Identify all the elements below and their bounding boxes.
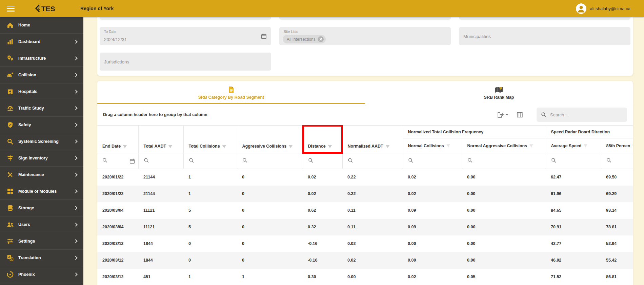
- table-cell: 0.00: [403, 235, 462, 252]
- column-header-normal-aggressive-collisions[interactable]: Normal Aggressive Collisions: [462, 138, 546, 153]
- table-row[interactable]: 2020/03/12184400-0.160.020.000.0046.0255…: [97, 252, 633, 269]
- filter-icon[interactable]: [328, 145, 332, 148]
- sidebar-item-home[interactable]: Home: [0, 17, 83, 34]
- search-icon: [606, 158, 611, 164]
- table-cell: 21144: [138, 169, 183, 186]
- column-header-85th-percen[interactable]: 85th Percen: [601, 138, 633, 153]
- hospital-icon: [7, 88, 14, 95]
- column-header-normal-collisions[interactable]: Normal Collisions: [403, 138, 462, 153]
- column-chooser-button[interactable]: [517, 112, 523, 118]
- sidebar-item-safety[interactable]: Safety: [0, 117, 83, 133]
- sidebar-item-hospitals[interactable]: Hospitals: [0, 83, 83, 100]
- sidebar-item-sign-inventory[interactable]: Sign Inventory: [0, 150, 83, 167]
- translation-icon: AZ: [7, 254, 14, 261]
- export-button[interactable]: [497, 112, 508, 118]
- table-row[interactable]: 2020/01/2221144100.020.220.020.0061.9669…: [97, 186, 633, 202]
- search-input[interactable]: [550, 108, 623, 122]
- table-cell: 451: [138, 269, 183, 285]
- hamburger-icon[interactable]: [7, 6, 15, 12]
- table-row[interactable]: 2020/03/0411121500.320.110.090.0070.9178…: [97, 219, 633, 235]
- filter-cell-total-aadt[interactable]: [138, 153, 183, 169]
- filter-icon[interactable]: [289, 145, 293, 148]
- sidebar-item-systemic-screening[interactable]: Systemic Screening: [0, 133, 83, 150]
- filter-cell-normal-collisions[interactable]: [403, 153, 462, 169]
- table-row[interactable]: 2020/03/0411121500.620.110.090.0084.6593…: [97, 202, 633, 219]
- filter-icon[interactable]: [584, 144, 587, 148]
- table-row[interactable]: 2020/03/12451110.300.000.020.0571.5286.8…: [97, 269, 633, 285]
- safety-icon: [7, 121, 14, 128]
- filter-icon[interactable]: [529, 144, 533, 148]
- filter-cell-distance[interactable]: [303, 153, 342, 169]
- sidebar-item-users[interactable]: Users: [0, 216, 83, 233]
- sidebar-item-dashboard[interactable]: Dashboard: [0, 34, 83, 50]
- tab-srb-category-by-road-segment[interactable]: SRB Category By Road Segment: [97, 81, 365, 104]
- sidebar-item-traffic-study[interactable]: Traffic Study: [0, 100, 83, 117]
- chevron-right-icon: [74, 106, 77, 110]
- filter-field-stub[interactable]: [459, 17, 630, 20]
- user-avatar-icon[interactable]: [576, 3, 586, 14]
- calendar-icon[interactable]: [261, 33, 267, 39]
- sidebar-item-maintenance[interactable]: Maintenance: [0, 167, 83, 183]
- site-lists-field[interactable]: Site Lists All Intersections: [279, 27, 451, 45]
- table-cell: 0: [237, 219, 303, 235]
- filter-field-stub[interactable]: [100, 17, 271, 20]
- table-cell: 1: [183, 269, 237, 285]
- table-cell: 0.02: [303, 186, 342, 202]
- filter-cell-aggressive-collisions[interactable]: [237, 153, 303, 169]
- table-row[interactable]: 2020/01/2221144100.020.220.020.0062.4769…: [97, 169, 633, 186]
- column-header-total-aadt[interactable]: Total AADT: [138, 126, 183, 153]
- filter-cell-normal-aggressive-collisions[interactable]: [462, 153, 546, 169]
- search-icon: [102, 158, 107, 164]
- column-chooser-icon: [517, 112, 523, 118]
- filter-cell-normalized-aadt[interactable]: [342, 153, 403, 169]
- filter-icon[interactable]: [123, 145, 127, 148]
- site-list-chip[interactable]: All Intersections: [283, 35, 326, 43]
- filter-icon[interactable]: [168, 145, 172, 148]
- column-header-total-collisions[interactable]: Total Collisions: [183, 126, 237, 153]
- search-icon: [348, 158, 353, 164]
- svg-text:TES: TES: [41, 5, 55, 13]
- calendar-icon[interactable]: [129, 158, 135, 164]
- column-header-end-date[interactable]: End Date: [97, 126, 138, 153]
- table-cell: 0.02: [342, 235, 403, 252]
- remove-chip-icon[interactable]: [318, 36, 324, 42]
- column-header-average-speed[interactable]: Average Speed: [546, 138, 601, 153]
- table-cell: 0.22: [342, 169, 403, 186]
- tab-srb-rank-map[interactable]: SRB Rank Map: [365, 81, 633, 104]
- filter-cell-total-collisions[interactable]: [183, 153, 237, 169]
- column-header-distance[interactable]: Distance: [303, 126, 342, 153]
- filter-cell-end-date[interactable]: [97, 153, 138, 169]
- jurisdictions-field[interactable]: Jurisdictions: [100, 53, 271, 71]
- sidebar-item-collision[interactable]: Collision: [0, 67, 83, 83]
- filter-icon[interactable]: [632, 144, 633, 148]
- filter-icon[interactable]: [446, 144, 450, 148]
- filter-icon[interactable]: [222, 145, 226, 148]
- sidebar-item-infrastructure[interactable]: Infrastructure: [0, 50, 83, 67]
- table-cell: 0.00: [462, 219, 546, 235]
- systemic-screening-icon: [7, 138, 14, 145]
- municipalities-field[interactable]: Municipalities: [459, 27, 630, 45]
- table-cell: 71.52: [546, 269, 601, 285]
- sidebar-item-label: Maintenance: [18, 172, 74, 177]
- maintenance-icon: [7, 171, 14, 178]
- sidebar-item-settings[interactable]: Settings: [0, 233, 83, 250]
- column-header-normalized-aadt[interactable]: Normalized AADT: [342, 126, 403, 153]
- tab-label: SRB Category By Road Segment: [198, 95, 264, 100]
- table-cell: 93.14: [601, 202, 633, 219]
- chevron-right-icon: [74, 189, 77, 193]
- sidebar-item-phoenix[interactable]: Phoenix: [0, 266, 83, 283]
- sidebar-item-module-of-modules[interactable]: Module of Modules: [0, 183, 83, 200]
- sidebar-item-storage[interactable]: Storage: [0, 200, 83, 216]
- sidebar-item-translation[interactable]: AZTranslation: [0, 250, 83, 266]
- table-row[interactable]: 2020/03/12184400-0.160.020.000.0042.7752…: [97, 235, 633, 252]
- filter-icon[interactable]: [386, 145, 389, 148]
- filter-cell-85th-percen[interactable]: [601, 153, 633, 169]
- filter-field-stub[interactable]: [279, 17, 451, 20]
- grid-search: [537, 108, 627, 122]
- chevron-right-icon: [74, 40, 77, 43]
- page-title: Region of York: [80, 6, 114, 11]
- filter-cell-average-speed[interactable]: [546, 153, 601, 169]
- column-header-aggressive-collisions[interactable]: Aggressive Collisions: [237, 126, 303, 153]
- to-date-field[interactable]: To Date 2024/12/31: [100, 27, 271, 45]
- to-date-value: 2024/12/31: [104, 37, 127, 42]
